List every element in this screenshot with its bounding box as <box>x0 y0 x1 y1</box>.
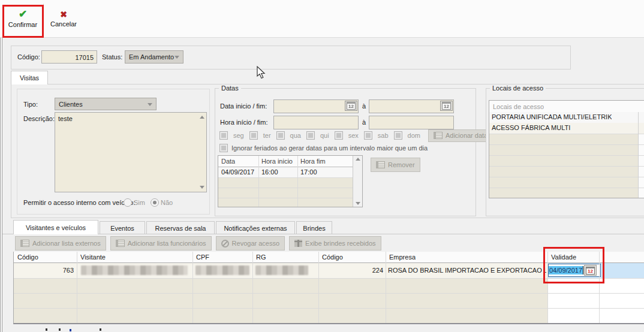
check-icon: ✔ <box>19 10 27 19</box>
datas-grid-scrollbar[interactable] <box>353 156 362 207</box>
validade-date-editor[interactable]: 04/09/2017 <box>548 264 601 277</box>
mouse-cursor <box>257 66 266 79</box>
list-icon <box>116 240 125 247</box>
window-left-border <box>0 0 1 332</box>
tab-eventos[interactable]: Eventos <box>100 221 145 234</box>
tipo-select[interactable]: Clientes <box>55 98 157 110</box>
radio-nao-label: Não <box>161 199 173 206</box>
data-fim-calendar-button[interactable] <box>440 101 453 111</box>
checkbox-ignorar-feriados[interactable] <box>219 144 228 152</box>
checkbox-sex[interactable] <box>335 131 343 140</box>
validade-selected-text: 04/09/2017 <box>549 266 583 274</box>
toolbar-separator <box>43 4 44 34</box>
scroll-up-icon[interactable] <box>356 158 360 161</box>
hora-inicio-input[interactable] <box>273 116 359 129</box>
datas-groupbox: Datas Data inicio / fim: à Hora início /… <box>215 88 476 216</box>
ter-label: ter <box>263 132 271 139</box>
datas-grid-row[interactable]: 04/09/2017 16:00 17:00 <box>218 167 353 177</box>
exibe-brindes-button[interactable]: Exibe brindes recebidos <box>289 236 381 250</box>
col-header-rg[interactable]: RG <box>256 253 266 261</box>
col-header-empresa[interactable]: Empresa <box>389 253 416 261</box>
radio-nao[interactable] <box>151 198 159 207</box>
seg-label: seg <box>233 132 244 139</box>
col-header-cpf[interactable]: CPF <box>196 253 209 261</box>
calendar-icon <box>442 102 451 110</box>
cell-empresa: ROSA DO BRASIL IMPORTACAO E EXPORTACAO L… <box>388 267 546 274</box>
checkbox-sab[interactable] <box>364 131 372 140</box>
table-row[interactable]: 763 224 ROSA DO BRASIL IMPORTACAO E EXPO… <box>14 263 644 278</box>
qua-label: qua <box>290 132 301 139</box>
button-label: Exibe brindes recebidos <box>305 240 375 247</box>
tab-label: Reservas de sala <box>155 225 206 232</box>
status-label: Status: <box>102 53 122 61</box>
status-select[interactable]: Em Andamento <box>125 50 183 64</box>
radio-sim[interactable] <box>124 198 132 207</box>
tab-brindes[interactable]: Brindes <box>296 221 332 234</box>
data-inicio-calendar-button[interactable] <box>345 101 357 111</box>
text-cursor <box>583 266 583 274</box>
grid-header-row: Código Visitante CPF RG Código Empresa V… <box>14 252 644 263</box>
toolbar: ✔ Confirmar ✖ Cancelar <box>0 0 644 38</box>
chevron-down-icon <box>148 103 152 106</box>
cell-codigo: 763 <box>14 267 74 274</box>
datas-grid-cell-hora-inicio: 16:00 <box>261 168 278 176</box>
scroll-up-icon[interactable] <box>200 116 204 119</box>
list-item[interactable]: ACESSO FÁBRICA MULTI <box>489 123 644 134</box>
col-header-codigo[interactable]: Código <box>17 253 38 261</box>
descricao-value: teste <box>58 115 73 122</box>
remover-label: Remover <box>388 161 415 168</box>
qui-label: qui <box>320 132 329 139</box>
locais-legend: Locais de acesso <box>490 84 546 92</box>
confirm-button-label: Confirmar <box>8 21 37 28</box>
validade-calendar-button[interactable] <box>584 265 597 276</box>
cell-validade[interactable]: 04/09/2017 <box>547 263 644 278</box>
tab-notificacoes-externas[interactable]: Notificações externas <box>216 221 295 234</box>
datas-legend: Datas <box>219 84 241 92</box>
button-label: Revogar acesso <box>232 240 280 247</box>
datas-grid-header-hora-inicio: Hora inicio <box>261 158 293 165</box>
list-icon <box>434 132 443 139</box>
chevron-down-icon <box>174 56 179 59</box>
checkbox-seg[interactable] <box>219 131 228 140</box>
revogar-acesso-button[interactable]: Revogar acesso <box>216 236 285 250</box>
datas-grid-header-hora-fim: Hora fim <box>300 158 326 165</box>
adicionar-lista-funcionarios-button[interactable]: Adicionar lista funcionários <box>110 236 212 250</box>
checkbox-dom[interactable] <box>394 131 402 140</box>
tab-strip-baseline <box>2 234 644 234</box>
checkbox-qui[interactable] <box>306 131 315 140</box>
scroll-down-icon[interactable] <box>200 186 204 189</box>
data-inicio-input[interactable] <box>273 99 359 113</box>
confirm-button[interactable]: ✔ Confirmar <box>4 4 41 34</box>
data-fim-input[interactable] <box>369 99 454 113</box>
col-header-visitante[interactable]: Visitante <box>80 253 106 261</box>
status-select-value: Em Andamento <box>129 53 174 61</box>
grid-empty-rows <box>14 278 547 323</box>
tab-visitantes-veiculos[interactable]: Visitantes e veículos <box>13 220 98 234</box>
list-icon <box>376 161 385 168</box>
locais-groupbox: Locais de acesso Locais de acesso PORTAR… <box>486 88 644 216</box>
remover-button[interactable]: Remover <box>371 158 420 172</box>
tab-visitas[interactable]: Visitas <box>11 71 48 84</box>
tab-reservas-de-sala[interactable]: Reservas de sala <box>146 221 215 234</box>
weekday-row: seg ter qua qui sex sab dom Adicionar da… <box>219 129 471 142</box>
col-header-codigo2[interactable]: Código <box>322 253 343 261</box>
adicionar-lista-externos-button[interactable]: Adicionar lista externos <box>15 236 106 250</box>
x-icon: ✖ <box>60 10 67 19</box>
tipo-descricao-panel: Tipo: Clientes Descrição: teste Permitir… <box>17 89 210 215</box>
checkbox-qua[interactable] <box>276 131 285 140</box>
ignorar-row: Ignorar feriados ao gerar datas para um … <box>219 144 428 152</box>
clipped-text-fragment <box>46 328 47 331</box>
col-header-validade[interactable]: Validade <box>551 253 576 261</box>
tipo-select-value: Clientes <box>59 101 83 108</box>
locais-column-header: Locais de acesso <box>493 103 544 110</box>
hora-fim-input[interactable] <box>369 116 454 129</box>
checkbox-ter[interactable] <box>249 131 258 140</box>
locais-item-label: PORTARIA UNIFICADA MULTI/ELETRIK <box>492 113 612 120</box>
descricao-textarea[interactable]: teste <box>55 112 207 192</box>
list-item[interactable]: PORTARIA UNIFICADA MULTI/ELETRIK <box>489 112 644 123</box>
codigo-input[interactable]: 17015 <box>41 50 97 64</box>
calendar-icon <box>586 267 595 274</box>
cancel-button[interactable]: ✖ Cancelar <box>46 4 82 34</box>
hora-inicio-fim-label: Hora início / fim: <box>220 119 267 126</box>
scroll-down-icon[interactable] <box>356 202 360 205</box>
